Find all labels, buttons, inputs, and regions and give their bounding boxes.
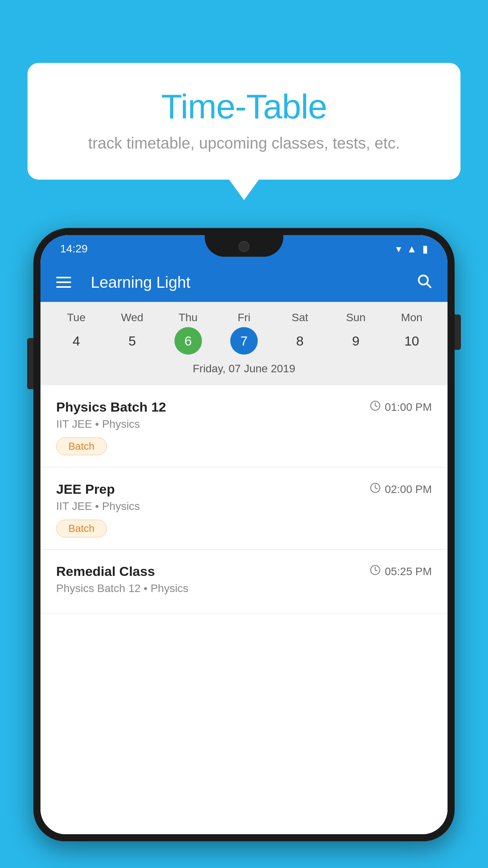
batch-badge-0: Batch [56,438,107,455]
day-col-thu[interactable]: Thu6 [163,311,214,355]
schedule-title-2: Remedial Class [56,564,155,579]
clock-icon-0 [370,400,381,414]
speech-bubble-container: Time-Table track timetable, upcoming cla… [28,63,460,180]
search-button[interactable] [416,273,432,292]
day-col-mon[interactable]: Mon10 [386,311,437,355]
selected-date-label: Friday, 07 June 2019 [48,359,440,381]
battery-icon: ▮ [422,243,428,255]
app-title: Learning Light [91,274,400,291]
schedule-item-0[interactable]: Physics Batch 1201:00 PMIIT JEE • Physic… [40,385,448,467]
status-bar: 14:29 ▾ ▲ ▮ [40,235,448,263]
day-num-7[interactable]: 7 [230,327,258,355]
day-col-sat[interactable]: Sat8 [274,311,325,355]
schedule-time-2: 05:25 PM [385,565,432,578]
day-name-thu: Thu [179,311,198,324]
day-name-tue: Tue [67,311,86,324]
day-col-tue[interactable]: Tue4 [51,311,102,355]
app-bar: Learning Light [40,263,448,302]
bubble-subtitle: track timetable, upcoming classes, tests… [59,134,429,152]
day-name-mon: Mon [401,311,422,324]
schedule-time-0: 01:00 PM [385,401,432,414]
day-col-wed[interactable]: Wed5 [106,311,158,355]
day-name-sun: Sun [346,311,366,324]
clock-icon-1 [370,482,381,496]
bubble-title: Time-Table [59,86,429,127]
schedule-item-2[interactable]: Remedial Class05:25 PMPhysics Batch 12 •… [40,550,448,614]
day-num-4[interactable]: 4 [62,327,90,355]
phone-outer: 14:29 ▾ ▲ ▮ Learning Light [33,228,455,841]
schedule-time-1: 02:00 PM [385,483,432,496]
day-num-5[interactable]: 5 [118,327,146,355]
batch-badge-1: Batch [56,520,107,537]
day-num-10[interactable]: 10 [398,327,426,355]
status-time: 14:29 [60,243,88,255]
day-num-8[interactable]: 8 [286,327,314,355]
camera-dot [238,241,250,252]
day-col-sun[interactable]: Sun9 [330,311,382,355]
clock-icon-2 [370,565,381,578]
day-name-fri: Fri [238,311,251,324]
notch [205,235,283,257]
day-num-6[interactable]: 6 [174,327,202,355]
svg-line-1 [427,283,431,287]
calendar-strip: Tue4Wed5Thu6Fri7Sat8Sun9Mon10 Friday, 07… [40,302,448,385]
day-name-wed: Wed [121,311,143,324]
schedule-sub-0: IIT JEE • Physics [56,418,432,430]
hamburger-menu-icon[interactable] [56,277,71,288]
schedule-list[interactable]: Physics Batch 1201:00 PMIIT JEE • Physic… [40,385,448,834]
schedule-sub-1: IIT JEE • Physics [56,500,432,513]
schedule-item-1[interactable]: JEE Prep02:00 PMIIT JEE • PhysicsBatch [40,467,448,550]
speech-bubble: Time-Table track timetable, upcoming cla… [28,63,460,180]
day-col-fri[interactable]: Fri7 [218,311,270,355]
days-row: Tue4Wed5Thu6Fri7Sat8Sun9Mon10 [48,311,440,355]
wifi-icon: ▾ [396,243,401,255]
phone-screen: 14:29 ▾ ▲ ▮ Learning Light [40,235,448,834]
schedule-title-0: Physics Batch 12 [56,399,166,415]
signal-icon: ▲ [407,243,417,255]
schedule-sub-2: Physics Batch 12 • Physics [56,582,432,595]
phone-container: 14:29 ▾ ▲ ▮ Learning Light [33,228,455,868]
day-num-9[interactable]: 9 [342,327,370,355]
status-icons: ▾ ▲ ▮ [396,243,428,255]
day-name-sat: Sat [292,311,308,324]
schedule-title-1: JEE Prep [56,482,115,497]
